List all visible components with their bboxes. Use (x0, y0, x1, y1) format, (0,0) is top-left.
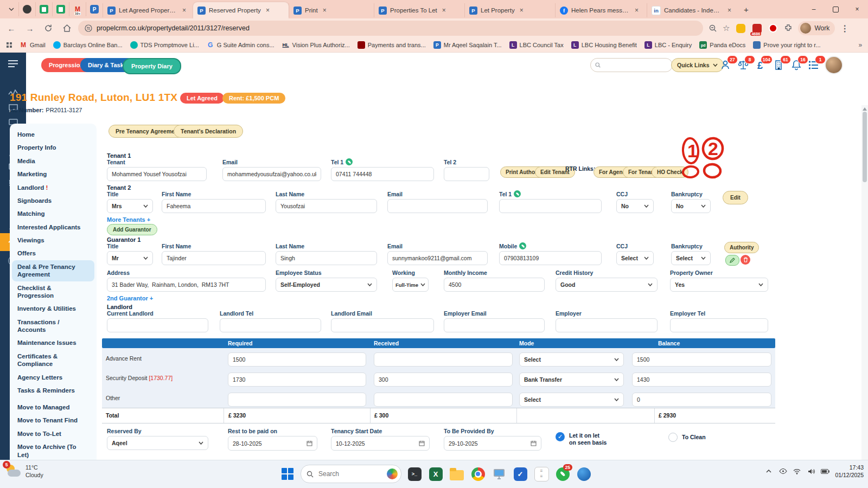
sidebar-item-marketing[interactable]: Marketing (10, 168, 97, 181)
checkbox-let-on-seen[interactable]: ✓ (556, 432, 565, 441)
blue-app-icon[interactable] (576, 466, 592, 482)
action-move-to-to-let[interactable]: Move to To-Let (10, 427, 97, 440)
sidebar-item-tasks-reminders[interactable]: Tasks & Reminders (10, 384, 97, 397)
building-icon[interactable]: 61 (774, 60, 786, 72)
site-info-icon[interactable] (85, 24, 92, 32)
deposit-mode-select[interactable]: Bank Transfer (519, 373, 624, 387)
close-icon[interactable]: × (518, 7, 525, 14)
rest-date-picker[interactable]: 28-10-2025 (228, 436, 317, 451)
action-move-to-managed[interactable]: Move to Managed (10, 401, 97, 414)
search-input[interactable] (604, 61, 668, 69)
advance-received-input[interactable] (374, 352, 513, 367)
g-email-input[interactable] (387, 251, 488, 265)
extensions-puzzle-icon[interactable] (784, 24, 793, 33)
g-property-owner-select[interactable]: Yes (670, 278, 768, 292)
battery-icon[interactable] (821, 467, 829, 476)
edit-guarantor-icon[interactable] (725, 255, 739, 266)
maximize-button[interactable] (825, 0, 846, 18)
close-window-button[interactable]: × (846, 0, 868, 18)
pinned-tab-globe[interactable] (18, 2, 35, 16)
bookmark-visionplus[interactable]: HLVision Plus Authoriz... (282, 41, 350, 49)
action-move-to-tenant-find[interactable]: Move to Tenant Find (10, 414, 97, 427)
wifi-icon[interactable] (793, 467, 801, 476)
sidebar-item-deal-pre-tenancy[interactable]: Deal & Pre Tenancy Agreement (12, 260, 94, 281)
close-icon[interactable]: × (633, 7, 640, 14)
tab-tenants-declaration[interactable]: Tenant's Declaration (174, 125, 243, 138)
tab-print[interactable]: P Print × (289, 3, 374, 17)
whatsapp-icon[interactable] (519, 242, 526, 249)
excel-icon[interactable]: X (427, 466, 444, 482)
sidebar-item-matching[interactable]: Matching (10, 207, 97, 220)
g-working-select[interactable]: Full-Time (392, 278, 429, 292)
start-date-picker[interactable]: 10-12-2025 (331, 436, 430, 451)
tab-facebook-messages[interactable]: f Helen Pears messaged yo × (555, 3, 647, 17)
deposit-received-input[interactable] (374, 373, 513, 387)
sidebar-item-interested-applicants[interactable]: Interested Applicants (10, 221, 97, 234)
whatsapp-icon[interactable] (514, 190, 521, 197)
pinned-tab-propel[interactable]: P (86, 2, 103, 16)
bookmark-lbc-enquiry[interactable]: LLBC - Enquiry (644, 41, 692, 49)
extension-blocker-icon[interactable] (768, 23, 778, 34)
notepad-icon[interactable]: ≡≡ (533, 466, 550, 482)
provided-date-picker[interactable]: 29-10-2025 (444, 436, 541, 451)
g-credit-history-select[interactable]: Good (556, 278, 658, 292)
file-explorer-icon[interactable] (449, 466, 465, 482)
landlord-email-input[interactable] (331, 318, 434, 332)
bookmark-gsuite[interactable]: GG Suite Admin cons... (207, 41, 275, 49)
todo-check-icon[interactable]: ✓ (512, 466, 528, 482)
taskbar-search-input[interactable] (317, 470, 372, 478)
close-icon[interactable]: × (321, 7, 328, 14)
advance-mode-select[interactable]: Select (519, 352, 624, 367)
sidebar-item-inventory[interactable]: Inventory & Utilities (10, 302, 97, 315)
g-last-name-input[interactable] (276, 251, 377, 265)
more-tenants-link[interactable]: More Tenants + (107, 216, 150, 223)
certificate-person-icon[interactable]: 27 (720, 60, 732, 72)
extension-lightbulb-icon[interactable] (735, 23, 746, 34)
url-bar[interactable]: propelcrm.co.uk/propertydetail/2011/3127… (78, 21, 703, 36)
hamburger-menu-icon[interactable] (0, 60, 26, 67)
landlord-tel-input[interactable] (220, 318, 321, 332)
volume-icon[interactable] (807, 467, 815, 476)
whatsapp-icon[interactable]: 25 (554, 466, 571, 482)
display-icon[interactable] (491, 466, 507, 482)
other-mode-select[interactable]: Select (519, 393, 624, 407)
close-icon[interactable]: × (441, 7, 448, 14)
back-icon[interactable]: ← (4, 21, 18, 35)
extension-mail-icon[interactable]: 4686 (751, 23, 762, 34)
kebab-menu-icon[interactable]: ⋮ (840, 23, 849, 34)
tenant-name-input[interactable] (107, 167, 207, 181)
advance-required-input[interactable] (228, 352, 366, 367)
employer-input[interactable] (556, 318, 658, 332)
scrollbar-thumb[interactable] (863, 112, 867, 182)
g-mobile-input[interactable] (499, 251, 602, 265)
pound-icon[interactable]: £ 104 (755, 60, 767, 72)
g-first-name-input[interactable] (162, 251, 266, 265)
pinned-tab-sheet-2[interactable] (52, 2, 69, 16)
g-monthly-income-input[interactable] (444, 278, 545, 292)
g-ccj-select[interactable]: Select (616, 251, 654, 265)
start-button[interactable] (279, 466, 296, 482)
bookmark-aqeel[interactable]: PMr Aqeel Saqalain T... (433, 41, 502, 49)
tenant-email-input[interactable] (222, 167, 321, 181)
forward-icon[interactable]: → (23, 21, 37, 35)
g-employee-status-select[interactable]: Self-Employed (276, 278, 377, 292)
sidebar-item-home[interactable]: Home (10, 128, 97, 141)
close-icon[interactable]: × (726, 7, 733, 14)
advance-balance-input[interactable] (632, 352, 771, 367)
minimize-button[interactable]: – (803, 0, 825, 18)
sidebar-item-offers[interactable]: Offers (10, 247, 97, 260)
t2-bankruptcy-select[interactable]: No (671, 199, 711, 213)
pinned-tab-gmail[interactable]: M10+ (69, 2, 86, 16)
tenant-tel2-input[interactable] (444, 167, 489, 181)
taskbar-clock[interactable]: 17:4301/12/2025 (835, 464, 864, 479)
reload-icon[interactable] (41, 21, 55, 35)
bookmark-prove-right[interactable]: Prove your right to r... (753, 41, 820, 49)
close-icon[interactable]: × (181, 7, 188, 14)
t2-tel1-input[interactable] (499, 199, 602, 213)
user-avatar[interactable] (825, 56, 843, 74)
tab-let-agreed-properties[interactable]: P Let Agreed Properties × (103, 3, 193, 17)
t2-email-input[interactable] (387, 199, 488, 213)
t2-ccj-select[interactable]: No (616, 199, 654, 213)
deposit-balance-input[interactable] (632, 373, 771, 387)
reserved-by-select[interactable]: Aqeel (107, 436, 208, 450)
